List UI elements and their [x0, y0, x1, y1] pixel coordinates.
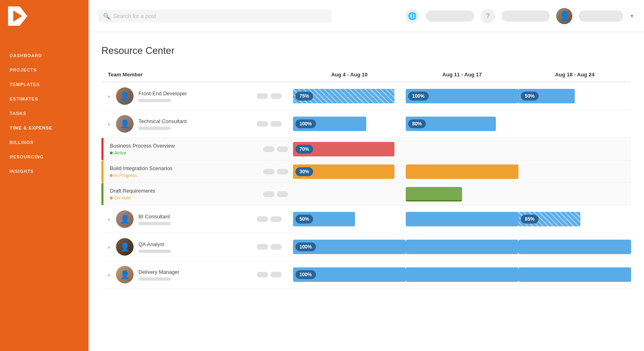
- avatar: 👤: [116, 266, 134, 283]
- pill-1: [263, 191, 275, 197]
- member-name: BI Consultant: [138, 213, 247, 220]
- member-name: QA Analyst: [138, 241, 247, 247]
- status-dot: [110, 197, 113, 199]
- bar-cell: [406, 261, 518, 289]
- pill-1: [263, 169, 275, 174]
- sidebar-item-tasks[interactable]: TASKS: [0, 106, 89, 121]
- user-menu-chevron[interactable]: ▼: [630, 13, 634, 19]
- bar-cell: [518, 110, 631, 138]
- bar-cell: [518, 160, 631, 183]
- app-logo[interactable]: [0, 0, 89, 32]
- member-name: Front-End Developer: [138, 90, 247, 96]
- resource-table: Team Member Aug 4 - Aug 10 Aug 11 - Aug …: [101, 68, 631, 289]
- project-name: Business Process Overview: [110, 143, 252, 149]
- bar-cell: 100%: [293, 261, 406, 289]
- member-cell: ▶ 👤 Delivery Manager: [101, 261, 293, 289]
- sidebar-item-resourcing[interactable]: RESOURCING: [0, 150, 89, 164]
- sidebar-item-billings[interactable]: BILLINGS: [0, 135, 89, 150]
- table-row: ▶ 👤 Front-End Developer 75%: [101, 82, 631, 110]
- table-row: Draft Requirements On Hold: [101, 183, 631, 205]
- percentage-badge: 100%: [295, 242, 316, 251]
- member-info: Delivery Manager: [138, 269, 247, 281]
- status-dot: [110, 174, 113, 177]
- pill-1: [257, 93, 268, 99]
- percentage-badge: 50%: [521, 92, 539, 101]
- table-row: ▶ 👤 BI Consultant 50%: [101, 205, 631, 233]
- bar-cell: 100%: [293, 233, 406, 261]
- expand-icon[interactable]: ▶: [108, 273, 111, 277]
- member-cell: ▶ 👤 BI Consultant: [101, 205, 293, 233]
- status-label: In Progress: [114, 173, 137, 178]
- bar-cell: 50%: [518, 82, 631, 110]
- table-row: ▶ 👤 Technical Consultant 10: [101, 110, 631, 138]
- member-subtitle: [138, 222, 171, 225]
- bar-cell: [518, 261, 631, 289]
- percentage-badge: 50%: [295, 215, 313, 224]
- pill-1: [257, 216, 268, 222]
- bar-cell: 80%: [406, 110, 518, 138]
- bar-cell: 50%: [293, 205, 406, 233]
- notifications-icon[interactable]: 🌐: [405, 9, 419, 23]
- topbar-right: 🌐 ? 👤 ▼: [405, 8, 634, 24]
- member-info: QA Analyst: [138, 241, 247, 253]
- sidebar-item-projects[interactable]: PROJECTS: [0, 63, 89, 77]
- project-status: Active: [110, 150, 252, 155]
- status-dot: [110, 152, 113, 154]
- sidebar-item-templates[interactable]: TEMPLATES: [0, 77, 89, 92]
- project-info: Business Process Overview Active: [103, 138, 258, 160]
- member-name: Technical Consultant: [138, 118, 247, 124]
- percentage-badge: 70%: [295, 145, 313, 154]
- member-subtitle: [138, 127, 171, 130]
- bar-cell: [518, 138, 631, 160]
- user-status: [502, 10, 550, 22]
- sidebar-item-insights[interactable]: INSIGHTS: [0, 164, 89, 179]
- pill-2: [277, 191, 288, 197]
- member-subtitle: [138, 250, 171, 253]
- bar-cell: [406, 183, 518, 205]
- help-icon[interactable]: ?: [481, 9, 495, 23]
- search-bar[interactable]: 🔍 Search for a post: [98, 10, 332, 23]
- expand-icon[interactable]: ▶: [108, 245, 111, 249]
- expand-icon[interactable]: ▶: [108, 94, 111, 99]
- table-row: Business Process Overview Active 70%: [101, 138, 631, 160]
- table-header: Team Member Aug 4 - Aug 10 Aug 11 - Aug …: [101, 68, 631, 82]
- bar-cell: [518, 233, 631, 261]
- project-name: Draft Requirements: [110, 188, 252, 194]
- bar-cell: 70%: [293, 138, 406, 160]
- pill-2: [270, 244, 282, 250]
- avatar-image: 👤: [556, 8, 572, 24]
- bar-cell: 30%: [293, 160, 406, 183]
- pill-2: [270, 121, 282, 127]
- avatar[interactable]: 👤: [556, 8, 572, 24]
- percentage-badge: 85%: [521, 215, 539, 224]
- project-info: Build Integration Scenarios In Progress: [103, 160, 258, 183]
- project-cell: Business Process Overview Active: [101, 138, 293, 160]
- sidebar-item-estimates[interactable]: ESTIMATES: [0, 92, 89, 106]
- sidebar: DASHBOARD PROJECTS TEMPLATES ESTIMATES T…: [0, 0, 89, 351]
- sidebar-item-dashboard[interactable]: DASHBOARD: [0, 48, 89, 63]
- bar-cell: [406, 205, 518, 233]
- expand-icon[interactable]: ▶: [108, 122, 111, 126]
- action-pills: [258, 191, 293, 197]
- percentage-badge: 80%: [408, 119, 426, 128]
- avatar: 👤: [116, 238, 134, 256]
- project-status: On Hold: [110, 195, 252, 200]
- col-period1-header: Aug 4 - Aug 10: [293, 68, 406, 82]
- avatar: 👤: [116, 210, 134, 228]
- sidebar-item-time-expense[interactable]: TIME & EXPENSE: [0, 121, 89, 135]
- percentage-badge: 30%: [295, 167, 313, 176]
- percentage-badge: 75%: [295, 92, 313, 101]
- pill-2: [270, 93, 282, 99]
- expand-icon[interactable]: ▶: [108, 217, 111, 222]
- pill-1: [263, 146, 275, 152]
- topbar: 🔍 Search for a post 🌐 ? 👤 ▼: [89, 0, 644, 32]
- bar-cell: 100%: [293, 110, 406, 138]
- action-pills: [252, 121, 287, 127]
- table-row: ▶ 👤 Delivery Manager 100%: [101, 261, 631, 289]
- action-pills: [252, 93, 287, 99]
- page-title: Resource Center: [101, 45, 631, 56]
- member-info: Front-End Developer: [138, 90, 247, 102]
- table-row: ▶ 👤 QA Analyst 100%: [101, 233, 631, 261]
- member-info: BI Consultant: [138, 213, 247, 225]
- pill-2: [270, 216, 282, 222]
